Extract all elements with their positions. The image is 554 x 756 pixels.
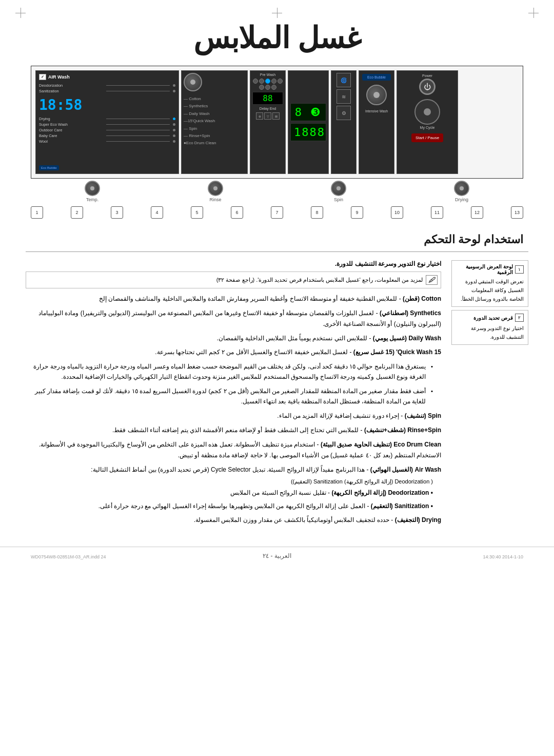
section-title: استخدام لوحة التحكم [0,223,554,251]
pre-wash-text: Pre Wash [252,73,283,76]
cotton-text: - للملابس القطنية خفيفة أو متوسطة الاتسا… [99,295,401,302]
my-cycle-knob[interactable] [414,99,440,125]
rinse-spin-label: — Rinse+Spin [184,132,245,140]
knob-rinse: Rinse [208,181,223,202]
my-cycle-section: My Cycle [414,99,440,129]
cycle-knob-area [184,73,245,91]
spin-label: Spin [334,197,343,202]
num-7: 7 [271,206,283,219]
my-cycle-label: My Cycle [420,126,435,129]
main-content-area: ١ لوحة العرض الرسومية الرقمية تعرض الوقت… [0,260,554,531]
airwash-logo: ✓ AIR Wash [39,74,175,80]
eco-bubble-knob[interactable] [366,85,387,105]
drying-knob[interactable] [454,181,469,196]
bullet-list: • يستغرق هذا البرنامج حوالي ١٥ دقيقة كحد… [26,361,441,407]
power-panel: Power ⏻ My Cycle Start / Pause [397,70,458,174]
num-8: 8 [311,206,323,219]
led5 [278,79,283,84]
logo-text: AIR Wash [48,74,70,80]
eco-bubble-btn[interactable]: Eco Bubble [362,74,391,81]
sanitization-row: Sanitization [39,89,175,93]
air-wash-bold: Air Wash (الغسيل الهوائي) [370,466,441,473]
bullet-1: • يستغرق هذا البرنامج حوالي ١٥ دقيقة كحد… [26,361,433,382]
cotton-para: Cotton (قطن) - للملابس القطنية خفيفة أو … [26,294,441,305]
sidebar-box-2: ٢ قرص تحديد الدورة اختيار نوع التدوير وس… [451,310,528,345]
temp-knob[interactable] [85,181,100,196]
quick-wash-label: —15'Quick Wash [184,118,245,125]
wash-icon-2[interactable]: ≋ [337,89,351,104]
spin-label: — Spin [184,125,245,132]
knob-spin: Spin [331,181,346,202]
crosshair-top-center [272,8,282,18]
start-pause-button[interactable]: Start / Pause [411,133,443,142]
baby-care-row: Baby Care [39,133,175,138]
panel-center-left: — Cotton — Synthetics — Daily Wash —15'Q… [181,70,248,174]
knob-temp: Temp. [85,181,100,202]
quick-wash-para: Quick Wash 15' (15 غسل سريع) - لغسل المل… [26,347,441,358]
air-wash-para: Air Wash (الغسيل الهوائي) - هذا البرنامج… [26,464,441,476]
sidebar-num-1: ١ [515,265,524,274]
wash-icon-3[interactable]: ⚙ [337,106,351,120]
program-list: — Cotton — Synthetics — Daily Wash —15'Q… [184,95,245,147]
drying-bold: Drying (التجفيف) [395,516,441,524]
led-row-top [252,79,283,90]
bullet-2-text: أضف فقط مقدار صغير من المادة المنظفة للم… [35,388,426,404]
cycle-type-heading: اختيار نوع التدوير وسرعة التنشيف للدورة. [26,260,441,267]
sanitization-bold: • Sanitization (التعقيم) [371,502,433,510]
sanitization-text: - العمل على إزالة الروائح الكريهة من الم… [98,502,369,510]
num-9: 9 [351,206,363,219]
power-button[interactable]: ⏻ [419,79,436,95]
diagram-inner: ✓ AIR Wash Deodorization Sanitization 18… [31,66,523,179]
drying-para: Drying (التجفيف) - حدده لتجفيف الملابس أ… [26,515,441,526]
knob-drying: Drying [454,181,469,202]
footer-doc: WD0754W8-02851M-03_AR.indd 24 [31,554,106,559]
eco-drum-bold: Eco Drum Clean (تنظيف الحاوية صديق البيئ… [321,441,441,448]
icons-column: 🌀 ≋ ⚙ [331,70,357,174]
deodorization-text: - تقليل نسبة الروائح السيئة من الملابس [230,489,330,496]
led1 [253,79,258,84]
rinse-label: Rinse [209,197,221,202]
led8 [271,85,276,90]
air-wash-sub-note: ( Deodorization (إزالة الروائح الكريهة) … [26,477,441,487]
wash-icon-1[interactable]: 🌀 [337,73,351,87]
display-time: 18:58 [39,96,175,113]
led6 [259,85,264,90]
sidebar-box-1: ١ لوحة العرض الرسومية الرقمية تعرض الوقت… [451,260,528,307]
power-label: Power [422,74,432,77]
deodorization-row: Deodorization [39,83,175,88]
deodorization-bold: • Deodorization (إزالة الروائح الكريهة) [331,489,433,496]
num-11: 11 [431,206,443,219]
rinse-knob[interactable] [208,181,223,196]
sidebar-box-1-header: ١ لوحة العرض الرسومية الرقمية [456,264,524,275]
sidebar-title-2: قرص تحديد الدورة [473,315,513,321]
led4 [271,79,276,84]
num-6: 6 [231,206,243,219]
cycle-selector-knob[interactable] [184,73,202,91]
eco-intensive-panel: Eco Bubble Intensive Wash [359,70,394,174]
synthetics-bold: Synthetics (اصطناعي) [380,309,441,317]
num-5: 5 [191,206,203,219]
crosshair-top-right [528,8,539,18]
section-divider [26,251,528,252]
rinse-spin-bold: Rinse+Spin (شطف+تنشيف) [364,427,441,434]
footer: العربية - ٢٤ WD0754W8-02851M-03_AR.indd … [0,547,554,565]
wool-row: Wool [39,139,175,144]
num-1: 1 [31,206,43,219]
bullet-1-text: يستغرق هذا البرنامج حوالي ١٥ دقيقة كحد أ… [33,363,426,380]
segment-display-left: 88 [252,92,283,105]
eco-drum-para: Eco Drum Clean (تنظيف الحاوية صديق البيئ… [26,439,441,461]
spin-knob[interactable] [331,181,346,196]
daily-wash-text: - للملابس التي نستخدم يومياً مثل الملابس… [216,335,371,342]
led2 [259,79,264,84]
sidebar-box-2-header: ٢ قرص تحديد الدورة [456,314,524,322]
intensive-wash-text: Intensive Wash [365,109,388,113]
daily-wash-para: Daily Wash (غسيل يومي) - للملابس التي نس… [26,333,441,344]
led3-active [265,79,270,84]
logo-check: ✓ [39,74,46,80]
segment-display-main: 8 ❸ [290,103,326,121]
led7 [265,85,270,90]
drying-row: Drying [39,117,175,121]
spin-text: - إجراء دورة تنشيف إضافية لإزالة المزيد … [277,412,403,419]
quick-wash-bold: Quick Wash 15' (15 غسل سريع) [353,348,441,356]
pre-wash-panel: Pre Wash 88 Delay End ⊕ ▽ ⊠ [250,70,286,174]
